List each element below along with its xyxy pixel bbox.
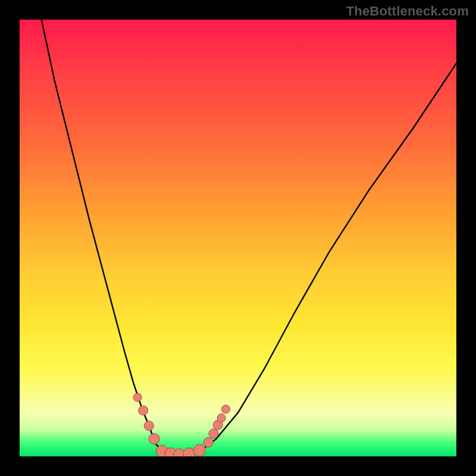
data-marker <box>193 444 205 456</box>
data-marker <box>183 448 195 456</box>
data-marker <box>144 421 154 431</box>
chart-svg <box>20 20 456 456</box>
data-marker <box>133 393 142 402</box>
data-marker <box>139 406 148 415</box>
data-marker <box>203 438 213 447</box>
attribution-text: TheBottleneck.com <box>346 4 469 19</box>
data-marker <box>217 414 226 422</box>
marker-layer <box>133 393 230 456</box>
data-marker <box>221 405 230 414</box>
data-marker <box>149 434 159 444</box>
chart-frame: TheBottleneck.com <box>0 0 476 476</box>
bottleneck-curve <box>42 20 456 455</box>
data-marker <box>209 429 218 439</box>
curve-layer <box>42 20 456 455</box>
